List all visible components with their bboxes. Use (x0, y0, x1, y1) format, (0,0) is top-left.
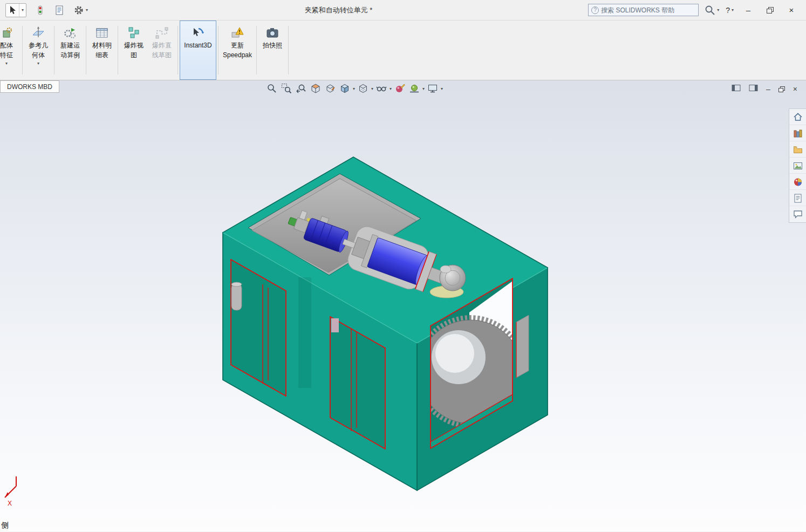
ribbon-button-reference-geometry[interactable]: 参考几 何体 ▾ (24, 21, 52, 80)
chevron-down-icon[interactable]: ▾ (371, 86, 373, 91)
camera-icon (265, 26, 279, 40)
ribbon-button-bill-of-materials[interactable]: 材料明 细表 (88, 21, 116, 80)
ribbon-divider (177, 26, 178, 74)
ribbon-label: 配体 (0, 42, 13, 50)
graphics-area: X DWORKS MBD ▾ ▾ ▾ (0, 80, 806, 531)
reference-geometry-icon (31, 26, 45, 40)
instant3d-icon (191, 26, 205, 40)
title-bar: ▾ ▾ 夹紧和自动转位单元 * ? ▾ ? ▾ – (0, 0, 806, 21)
ribbon-label: 动算例 (60, 51, 80, 59)
section-view-icon[interactable] (309, 82, 322, 95)
ribbon-label: 参考几 (29, 42, 48, 50)
headsup-view-toolbar: ▾ ▾ ▾ ▾ ▾ (265, 82, 443, 95)
chevron-down-icon[interactable]: ▾ (353, 86, 355, 91)
ribbon-label: 何体 (32, 51, 45, 59)
doc-minimize-button[interactable]: – (766, 85, 770, 93)
ribbon-button-update-speedpak[interactable]: 更新 Speedpak (220, 21, 255, 80)
document-window-controls: – × (732, 84, 797, 94)
ribbon-button-explode-line-sketch: 爆炸直 线草图 (148, 21, 176, 80)
document-properties-icon[interactable] (53, 4, 65, 16)
ribbon-button-assembly-features[interactable]: 配体 特征 ▾ (0, 21, 21, 80)
ribbon-label: 图 (131, 51, 137, 59)
hide-show-items-icon[interactable] (375, 82, 388, 95)
ribbon-button-take-snapshot[interactable]: 拍快照 (258, 21, 286, 80)
ribbon-label: 细表 (95, 51, 108, 59)
ribbon-button-instant3d[interactable]: Instant3D (180, 21, 216, 80)
tab-label: DWORKS MBD (7, 83, 52, 91)
ribbon-label: 线草图 (152, 51, 172, 59)
exploded-view-icon (127, 26, 141, 40)
chevron-down-icon[interactable]: ▾ (37, 61, 39, 66)
apply-scene-icon[interactable] (408, 82, 421, 95)
search-button[interactable]: ▾ (704, 4, 719, 16)
triad-x-label: X (8, 500, 12, 507)
bom-table-icon (95, 26, 109, 40)
custom-properties-icon[interactable] (789, 190, 806, 206)
ribbon-label: 爆炸直 (152, 42, 172, 50)
ribbon-divider (86, 26, 86, 74)
display-style-icon[interactable] (357, 82, 370, 95)
home-icon[interactable] (789, 109, 806, 125)
ribbon-button-new-motion-study[interactable]: 新建运 动算例 (56, 21, 84, 80)
cursor-arrow-icon (6, 5, 19, 15)
select-tool-button[interactable]: ▾ (5, 3, 26, 17)
ribbon-divider (54, 26, 54, 74)
chevron-down-icon[interactable]: ▾ (5, 61, 8, 66)
chevron-down-icon: ▾ (717, 8, 719, 12)
appearances-icon[interactable] (789, 174, 806, 190)
chevron-down-icon: ▾ (732, 8, 734, 12)
design-library-icon[interactable] (789, 125, 806, 141)
rebuild-stoplight-icon[interactable] (34, 4, 46, 16)
chevron-down-icon[interactable]: ▾ (19, 4, 26, 17)
ribbon-label: 爆炸视 (124, 42, 144, 50)
pane-right-icon[interactable] (749, 84, 758, 94)
orientation-partial-label: 侧 (1, 521, 9, 530)
ribbon-button-exploded-view[interactable]: 爆炸视 图 (120, 21, 148, 80)
tab-solidworks-mbd[interactable]: DWORKS MBD (0, 80, 59, 93)
options-button[interactable]: ▾ (73, 4, 88, 16)
motion-study-icon (63, 26, 77, 40)
restore-button[interactable] (762, 4, 778, 17)
ribbon-divider (118, 26, 118, 74)
search-icon (704, 4, 716, 16)
interior-pink-part (331, 318, 339, 332)
chevron-down-icon: ▾ (86, 8, 88, 12)
command-manager-ribbon: 配体 特征 ▾ 参考几 何体 ▾ 新建运 动算例 材料明 细表 爆炸视 图 (0, 21, 806, 80)
help-label: ? (726, 6, 730, 15)
zoom-to-fit-icon[interactable] (265, 82, 278, 95)
zoom-to-area-icon[interactable] (280, 82, 293, 95)
dynamic-annotation-views-icon[interactable] (324, 82, 337, 95)
previous-view-icon[interactable] (295, 82, 308, 95)
doc-close-button[interactable]: × (793, 85, 797, 93)
ribbon-label: 特征 (0, 51, 13, 59)
ribbon-label: Speedpak (223, 51, 252, 59)
assembly-features-icon (0, 26, 13, 40)
chevron-down-icon[interactable]: ▾ (422, 86, 425, 91)
minimize-button[interactable]: – (740, 4, 756, 17)
ribbon-divider (256, 26, 257, 74)
chevron-down-icon[interactable]: ▾ (390, 86, 392, 91)
explode-line-sketch-icon (155, 26, 169, 40)
forum-icon[interactable] (789, 206, 806, 222)
help-menu-button[interactable]: ? ▾ (725, 6, 735, 15)
view-settings-icon[interactable] (426, 82, 439, 95)
file-explorer-icon[interactable] (789, 141, 806, 158)
ribbon-divider (22, 26, 23, 74)
chevron-down-icon[interactable]: ▾ (441, 86, 443, 91)
pane-left-icon[interactable] (732, 84, 741, 94)
ribbon-label: 更新 (231, 42, 244, 50)
secondary-shaft (516, 315, 529, 378)
window-title: 夹紧和自动转位单元 * (305, 5, 373, 15)
view-orientation-icon[interactable] (338, 82, 351, 95)
help-search-box[interactable]: ? (588, 4, 699, 16)
edit-appearance-icon[interactable] (393, 82, 406, 95)
restore-icon (767, 7, 774, 13)
task-pane (789, 108, 806, 223)
close-button[interactable]: × (783, 4, 800, 17)
interior-shadow (298, 277, 311, 388)
viewport-3d-model[interactable]: X (0, 80, 806, 531)
search-input[interactable] (601, 6, 698, 14)
doc-restore-button[interactable] (778, 86, 785, 92)
view-palette-icon[interactable] (789, 158, 806, 174)
gear-icon (73, 4, 85, 16)
